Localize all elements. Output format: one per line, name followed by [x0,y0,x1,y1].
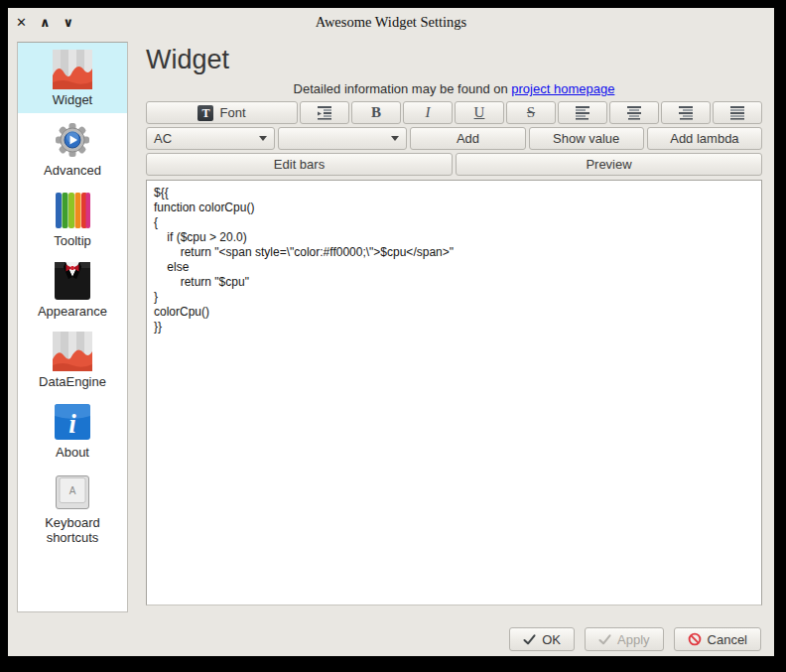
align-justify-icon [729,105,745,120]
checkmark-icon [598,634,611,645]
edit-bars-button[interactable]: Edit bars [146,153,453,176]
italic-icon: I [426,105,431,120]
strikethrough-button[interactable]: S [506,101,556,124]
show-value-button[interactable]: Show value [529,127,644,150]
sidebar-item-label: Advanced [44,163,101,178]
keyboard-key-icon: A [53,472,92,512]
close-icon[interactable]: ✕ [16,16,27,29]
tag-select[interactable]: AC [146,127,275,150]
font-button[interactable]: T Font [146,101,298,124]
sidebar-item-label: Tooltip [54,233,91,248]
svg-text:A: A [69,485,76,496]
sidebar-item-about[interactable]: i About [18,395,127,466]
align-right-button[interactable] [661,101,711,124]
ok-button[interactable]: OK [509,627,575,651]
maximize-icon[interactable]: ∧ [40,16,51,29]
align-justify-button[interactable] [713,101,762,124]
page-title: Widget [146,44,762,75]
code-editor-text: ${{ function colorCpu() { if ($cpu > 20.… [154,186,754,335]
sidebar-item-advanced[interactable]: Advanced [18,113,127,184]
edit-bars-button-label: Edit bars [274,157,325,172]
window-title: Awesome Widget Settings [316,14,466,31]
svg-text:i: i [68,409,76,439]
add-button[interactable]: Add [410,127,525,150]
sidebar-item-appearance[interactable]: Appearance [18,254,127,325]
code-editor[interactable]: ${{ function colorCpu() { if ($cpu > 20.… [146,180,762,605]
chevron-down-icon [391,136,399,141]
cancel-button[interactable]: Cancel [674,627,761,651]
area-chart-icon [53,50,92,89]
sidebar-item-label: Widget [53,92,92,107]
format-indent-icon [317,105,332,120]
align-center-icon [626,105,642,120]
tag-select-value: AC [154,131,172,146]
bold-button[interactable]: B [351,101,401,124]
cancel-icon [688,632,702,646]
sidebar-item-label: DataEngine [39,374,106,389]
project-homepage-link[interactable]: project homepage [511,81,614,96]
tuxedo-icon [53,261,92,301]
align-center-button[interactable] [609,101,659,124]
minimize-icon[interactable]: ∨ [63,16,73,29]
titlebar: ✕ ∧ ∨ Awesome Widget Settings [8,8,774,36]
sidebar-item-keyboard-shortcuts[interactable]: A Keyboard shortcuts [18,466,127,551]
gear-icon [53,120,92,160]
strikethrough-icon: S [527,105,535,120]
sidebar-item-dataengine[interactable]: DataEngine [18,325,127,395]
add-lambda-button[interactable]: Add lambda [647,127,762,150]
bold-icon: B [371,105,381,120]
format-toolbar: T Font B I [146,101,762,124]
align-left-button[interactable] [558,101,607,124]
add-button-label: Add [457,131,479,146]
checkmark-icon [523,634,536,645]
preview-button-label: Preview [586,157,631,172]
area-chart-icon [53,332,92,371]
bars-toolbar: Edit bars Preview [146,153,762,176]
show-value-button-label: Show value [553,131,619,146]
apply-button-label: Apply [617,632,650,647]
chevron-down-icon [259,136,267,141]
align-left-icon [575,105,590,120]
apply-button[interactable]: Apply [585,627,664,651]
font-icon: T [197,105,213,121]
font-button-label: Font [219,105,245,120]
dialog-buttons: OK Apply Cancel [8,622,774,656]
preview-button[interactable]: Preview [456,153,762,176]
tag-toolbar: AC Add Show value Add lambda [146,127,762,150]
window-controls: ✕ ∧ ∨ [16,8,73,36]
sidebar-item-tooltip[interactable]: Tooltip [18,184,127,254]
sidebar-item-widget[interactable]: Widget [18,43,127,113]
italic-button[interactable]: I [403,101,453,124]
sidebar-item-label: About [56,445,89,460]
color-bars-icon [53,191,92,230]
main-panel: Widget Detailed information may be found… [146,42,762,622]
cancel-button-label: Cancel [708,632,747,647]
info-text: Detailed information may be found on [294,81,512,96]
sidebar: Widget Advanced [17,42,128,612]
info-icon: i [53,402,92,442]
indent-button[interactable] [300,101,349,124]
sidebar-item-label: Appearance [38,304,107,319]
value-select[interactable] [278,127,407,150]
info-row: Detailed information may be found on pro… [146,81,762,96]
settings-window: ✕ ∧ ∨ Awesome Widget Settings Widget [8,8,774,656]
align-right-icon [678,105,694,120]
ok-button-label: OK [542,632,561,647]
sidebar-item-label: Keyboard shortcuts [20,515,125,545]
add-lambda-button-label: Add lambda [670,131,738,146]
underline-icon: U [474,105,485,120]
underline-button[interactable]: U [455,101,504,124]
